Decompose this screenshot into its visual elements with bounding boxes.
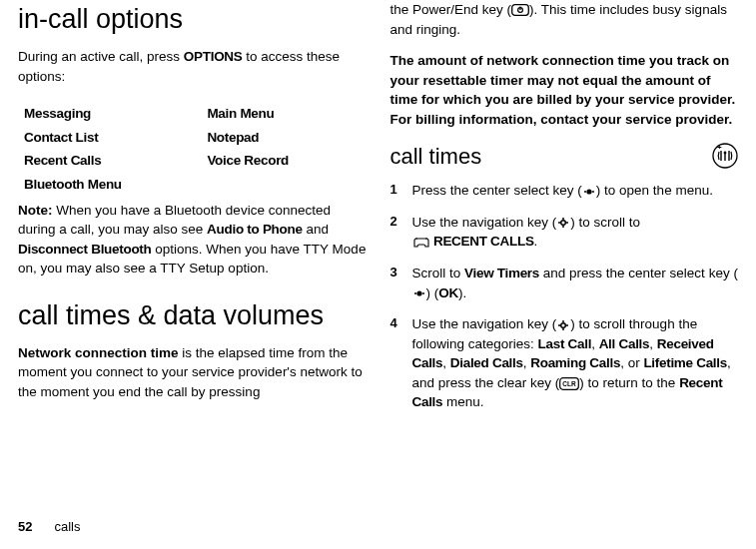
svg-point-17	[422, 292, 424, 294]
heading-call-times-data-volumes: call times & data volumes	[18, 296, 367, 335]
svg-point-14	[415, 238, 417, 240]
step-number: 4	[390, 314, 412, 333]
cont-text-a: the Power/End key (	[390, 2, 512, 17]
billing-notice: The amount of network connection time yo…	[390, 51, 739, 129]
option-bluetooth-menu: Bluetooth Menu	[24, 173, 207, 197]
intro-text-a: During an active call, press	[18, 49, 184, 64]
sep: , or	[620, 355, 643, 370]
table-row: Contact List Notepad	[24, 126, 367, 150]
network-time-paragraph: Network connection time is the elapsed t…	[18, 343, 367, 402]
svg-point-11	[561, 221, 566, 226]
svg-point-6	[584, 191, 586, 193]
s4-a: Use the navigation key (	[412, 316, 557, 331]
table-row: Bluetooth Menu	[24, 173, 367, 197]
s4-e: menu.	[442, 394, 483, 409]
option-main-menu: Main Menu	[207, 102, 366, 126]
label-recent-calls: RECENT CALLS	[430, 234, 534, 249]
step-4: 4 Use the navigation key () to scroll th…	[390, 314, 739, 412]
label-audio-to-phone: Audio to Phone	[207, 222, 303, 237]
options-label: OPTIONS	[184, 49, 243, 64]
option-recent-calls: Recent Calls	[24, 149, 207, 173]
label-last-call: Last Call	[538, 336, 592, 351]
label-view-timers: View Timers	[464, 266, 539, 280]
step-text: Press the center select key () to open t…	[412, 181, 739, 201]
s3-d: ).	[458, 285, 466, 300]
s2-b: ) to scroll to	[570, 215, 640, 230]
page-columns: in-call options During an active call, p…	[18, 0, 738, 512]
label-all-calls: All Calls	[599, 336, 650, 351]
s3-b: and press the center select key (	[539, 266, 738, 280]
s1-a: Press the center select key (	[412, 183, 582, 198]
svg-point-21	[561, 322, 566, 327]
label-ok: OK	[438, 285, 458, 300]
step-number: 2	[390, 213, 412, 232]
heading-call-times: call times	[390, 141, 713, 173]
svg-point-23	[562, 328, 564, 330]
power-end-key-icon	[511, 4, 529, 16]
sep: ,	[649, 336, 657, 351]
option-contact-list: Contact List	[24, 126, 207, 150]
options-table: Messaging Main Menu Contact List Notepad…	[24, 102, 367, 196]
sep: ,	[442, 355, 450, 370]
page-number: 52	[18, 518, 32, 537]
table-row: Recent Calls Voice Record	[24, 149, 367, 173]
svg-point-8	[586, 189, 591, 194]
label-dialed-calls: Dialed Calls	[450, 355, 523, 370]
label-lifetime-calls: Lifetime Calls	[643, 355, 727, 370]
label-network-connection-time: Network connection time	[18, 345, 179, 360]
s4-d: ) to return to the	[579, 375, 679, 390]
svg-point-15	[425, 238, 427, 240]
svg-point-20	[566, 324, 568, 326]
svg-point-13	[562, 226, 564, 228]
step-text: Scroll to View Timers and press the cent…	[412, 264, 739, 302]
s3-a: Scroll to	[412, 266, 465, 280]
sep: ,	[591, 336, 599, 351]
heading-in-call-options: in-call options	[18, 0, 367, 39]
continued-paragraph: the Power/End key (). This time includes…	[390, 0, 739, 39]
option-notepad: Notepad	[207, 126, 366, 150]
svg-point-7	[592, 191, 594, 193]
s1-b: ) to open the menu.	[596, 183, 713, 198]
left-column: in-call options During an active call, p…	[18, 0, 367, 512]
svg-point-12	[562, 218, 564, 220]
svg-point-22	[562, 320, 564, 322]
svg-point-9	[558, 222, 560, 224]
right-column: the Power/End key (). This time includes…	[390, 0, 739, 512]
option-voice-record: Voice Record	[207, 149, 366, 173]
page-section: calls	[54, 518, 80, 537]
svg-point-4	[724, 152, 727, 155]
note-and: and	[303, 222, 329, 237]
intro-paragraph: During an active call, press OPTIONS to …	[18, 47, 367, 86]
step-text: Use the navigation key () to scroll to R…	[412, 213, 739, 252]
step-number: 1	[390, 181, 412, 200]
s3-c: ) (	[426, 285, 439, 300]
steps-list: 1 Press the center select key () to open…	[390, 181, 739, 424]
center-select-key-icon	[412, 287, 426, 299]
clear-key-icon: CLR	[559, 377, 579, 390]
svg-point-18	[416, 290, 421, 295]
svg-text:+: +	[717, 143, 722, 152]
note-label: Note:	[18, 203, 53, 218]
svg-point-10	[566, 222, 568, 224]
svg-point-19	[558, 324, 560, 326]
step-text: Use the navigation key () to scroll thro…	[412, 314, 739, 412]
note-paragraph: Note: When you have a Bluetooth device c…	[18, 201, 367, 278]
center-select-key-icon	[582, 186, 596, 198]
navigation-key-icon	[556, 318, 570, 332]
option-messaging: Messaging	[24, 102, 207, 126]
step-2: 2 Use the navigation key () to scroll to…	[390, 213, 739, 252]
step-number: 3	[390, 264, 412, 282]
label-disconnect-bluetooth: Disconnect Bluetooth	[18, 242, 152, 257]
table-row: Messaging Main Menu	[24, 102, 367, 126]
page-footer: 52 calls	[18, 512, 738, 549]
label-roaming-calls: Roaming Calls	[530, 355, 620, 370]
navigation-key-icon	[556, 216, 570, 230]
recent-calls-menu-icon	[412, 236, 430, 250]
step-1: 1 Press the center select key () to open…	[390, 181, 739, 201]
s2-c: .	[534, 234, 538, 249]
step-3: 3 Scroll to View Timers and press the ce…	[390, 264, 739, 302]
antenna-icon: +	[712, 143, 738, 169]
svg-point-16	[414, 292, 416, 294]
svg-text:CLR: CLR	[563, 380, 577, 387]
s2-a: Use the navigation key (	[412, 215, 557, 230]
